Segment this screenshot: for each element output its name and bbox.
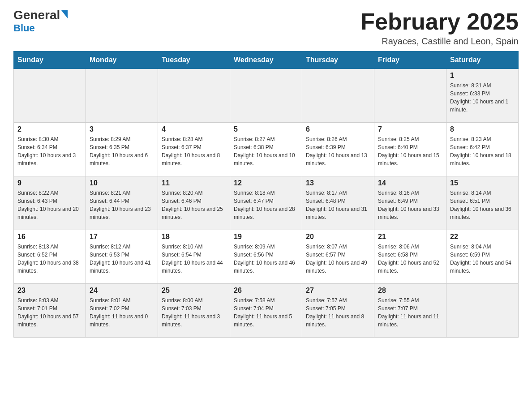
table-row: 18Sunrise: 8:10 AMSunset: 6:54 PMDayligh… xyxy=(158,230,230,284)
day-info: Sunrise: 8:10 AMSunset: 6:54 PMDaylight:… xyxy=(162,243,226,275)
day-number: 17 xyxy=(90,233,154,241)
day-info: Sunrise: 8:30 AMSunset: 6:34 PMDaylight:… xyxy=(17,135,82,167)
calendar-week-row: 9Sunrise: 8:22 AMSunset: 6:43 PMDaylight… xyxy=(14,176,519,230)
table-row xyxy=(158,69,230,123)
day-number: 14 xyxy=(378,179,442,187)
table-row: 1Sunrise: 8:31 AMSunset: 6:33 PMDaylight… xyxy=(446,69,519,123)
day-info: Sunrise: 8:18 AMSunset: 6:47 PMDaylight:… xyxy=(234,189,298,221)
day-info: Sunrise: 8:29 AMSunset: 6:35 PMDaylight:… xyxy=(90,135,154,167)
table-row: 23Sunrise: 8:03 AMSunset: 7:01 PMDayligh… xyxy=(14,284,86,338)
day-number: 18 xyxy=(162,233,226,241)
table-row: 4Sunrise: 8:28 AMSunset: 6:37 PMDaylight… xyxy=(158,123,230,176)
day-number: 11 xyxy=(162,179,226,187)
day-info: Sunrise: 8:16 AMSunset: 6:49 PMDaylight:… xyxy=(378,189,442,221)
calendar-week-row: 1Sunrise: 8:31 AMSunset: 6:33 PMDaylight… xyxy=(14,69,519,123)
day-number: 26 xyxy=(234,287,298,295)
day-number: 13 xyxy=(306,179,370,187)
day-number: 28 xyxy=(378,287,442,295)
col-monday: Monday xyxy=(86,51,158,69)
table-row: 7Sunrise: 8:25 AMSunset: 6:40 PMDaylight… xyxy=(374,123,446,176)
table-row: 21Sunrise: 8:06 AMSunset: 6:58 PMDayligh… xyxy=(374,230,446,284)
day-number: 23 xyxy=(17,287,82,295)
table-row: 15Sunrise: 8:14 AMSunset: 6:51 PMDayligh… xyxy=(446,176,519,230)
table-row: 9Sunrise: 8:22 AMSunset: 6:43 PMDaylight… xyxy=(14,176,86,230)
day-info: Sunrise: 8:03 AMSunset: 7:01 PMDaylight:… xyxy=(17,296,82,329)
day-info: Sunrise: 8:26 AMSunset: 6:39 PMDaylight:… xyxy=(306,135,370,167)
table-row: 19Sunrise: 8:09 AMSunset: 6:56 PMDayligh… xyxy=(230,230,302,284)
table-row: 17Sunrise: 8:12 AMSunset: 6:53 PMDayligh… xyxy=(86,230,158,284)
calendar-header-row: Sunday Monday Tuesday Wednesday Thursday… xyxy=(14,51,519,69)
day-number: 20 xyxy=(306,233,370,241)
day-number: 15 xyxy=(450,179,515,187)
day-number: 16 xyxy=(17,233,82,241)
day-info: Sunrise: 8:13 AMSunset: 6:52 PMDaylight:… xyxy=(17,243,82,275)
day-info: Sunrise: 8:27 AMSunset: 6:38 PMDaylight:… xyxy=(234,135,298,167)
table-row: 12Sunrise: 8:18 AMSunset: 6:47 PMDayligh… xyxy=(230,176,302,230)
day-info: Sunrise: 8:07 AMSunset: 6:57 PMDaylight:… xyxy=(306,243,370,275)
calendar-week-row: 2Sunrise: 8:30 AMSunset: 6:34 PMDaylight… xyxy=(14,123,519,176)
col-sunday: Sunday xyxy=(14,51,86,69)
table-row: 5Sunrise: 8:27 AMSunset: 6:38 PMDaylight… xyxy=(230,123,302,176)
col-saturday: Saturday xyxy=(446,51,519,69)
day-info: Sunrise: 8:01 AMSunset: 7:02 PMDaylight:… xyxy=(90,296,154,329)
day-number: 10 xyxy=(90,179,154,187)
table-row xyxy=(374,69,446,123)
table-row: 26Sunrise: 7:58 AMSunset: 7:04 PMDayligh… xyxy=(230,284,302,338)
table-row: 10Sunrise: 8:21 AMSunset: 6:44 PMDayligh… xyxy=(86,176,158,230)
table-row: 22Sunrise: 8:04 AMSunset: 6:59 PMDayligh… xyxy=(446,230,519,284)
logo-text-general: General xyxy=(13,9,60,21)
logo: General Blue xyxy=(13,9,68,34)
day-number: 3 xyxy=(90,125,154,133)
day-info: Sunrise: 7:55 AMSunset: 7:07 PMDaylight:… xyxy=(378,296,442,329)
table-row: 28Sunrise: 7:55 AMSunset: 7:07 PMDayligh… xyxy=(374,284,446,338)
day-info: Sunrise: 8:25 AMSunset: 6:40 PMDaylight:… xyxy=(378,135,442,167)
day-info: Sunrise: 8:04 AMSunset: 6:59 PMDaylight:… xyxy=(450,243,515,275)
day-info: Sunrise: 8:20 AMSunset: 6:46 PMDaylight:… xyxy=(162,189,226,221)
day-number: 1 xyxy=(450,72,515,80)
col-friday: Friday xyxy=(374,51,446,69)
day-number: 2 xyxy=(17,125,82,133)
day-number: 12 xyxy=(234,179,298,187)
day-number: 5 xyxy=(234,125,298,133)
day-info: Sunrise: 8:31 AMSunset: 6:33 PMDaylight:… xyxy=(450,81,515,114)
day-info: Sunrise: 8:28 AMSunset: 6:37 PMDaylight:… xyxy=(162,135,226,167)
day-number: 6 xyxy=(306,125,370,133)
day-info: Sunrise: 8:22 AMSunset: 6:43 PMDaylight:… xyxy=(17,189,82,221)
calendar-week-row: 23Sunrise: 8:03 AMSunset: 7:01 PMDayligh… xyxy=(14,284,519,338)
day-number: 7 xyxy=(378,125,442,133)
table-row: 25Sunrise: 8:00 AMSunset: 7:03 PMDayligh… xyxy=(158,284,230,338)
table-row: 20Sunrise: 8:07 AMSunset: 6:57 PMDayligh… xyxy=(302,230,374,284)
table-row: 24Sunrise: 8:01 AMSunset: 7:02 PMDayligh… xyxy=(86,284,158,338)
day-number: 25 xyxy=(162,287,226,295)
col-thursday: Thursday xyxy=(302,51,374,69)
col-tuesday: Tuesday xyxy=(158,51,230,69)
day-info: Sunrise: 8:12 AMSunset: 6:53 PMDaylight:… xyxy=(90,243,154,275)
day-info: Sunrise: 8:00 AMSunset: 7:03 PMDaylight:… xyxy=(162,296,226,329)
table-row xyxy=(14,69,86,123)
day-number: 22 xyxy=(450,233,515,241)
table-row: 11Sunrise: 8:20 AMSunset: 6:46 PMDayligh… xyxy=(158,176,230,230)
page-header: General Blue February 2025 Rayaces, Cast… xyxy=(13,9,519,47)
table-row xyxy=(302,69,374,123)
title-section: February 2025 Rayaces, Castille and Leon… xyxy=(360,9,519,47)
day-number: 27 xyxy=(306,287,370,295)
day-number: 19 xyxy=(234,233,298,241)
calendar-week-row: 16Sunrise: 8:13 AMSunset: 6:52 PMDayligh… xyxy=(14,230,519,284)
table-row: 16Sunrise: 8:13 AMSunset: 6:52 PMDayligh… xyxy=(14,230,86,284)
calendar-table: Sunday Monday Tuesday Wednesday Thursday… xyxy=(13,51,519,338)
location-label: Rayaces, Castille and Leon, Spain xyxy=(360,36,519,47)
day-info: Sunrise: 8:14 AMSunset: 6:51 PMDaylight:… xyxy=(450,189,515,221)
day-number: 21 xyxy=(378,233,442,241)
day-info: Sunrise: 7:57 AMSunset: 7:05 PMDaylight:… xyxy=(306,296,370,329)
table-row xyxy=(446,284,519,338)
logo-arrow-icon xyxy=(61,10,68,18)
table-row: 6Sunrise: 8:26 AMSunset: 6:39 PMDaylight… xyxy=(302,123,374,176)
day-info: Sunrise: 8:23 AMSunset: 6:42 PMDaylight:… xyxy=(450,135,515,167)
table-row xyxy=(86,69,158,123)
table-row: 13Sunrise: 8:17 AMSunset: 6:48 PMDayligh… xyxy=(302,176,374,230)
day-number: 4 xyxy=(162,125,226,133)
table-row xyxy=(230,69,302,123)
table-row: 14Sunrise: 8:16 AMSunset: 6:49 PMDayligh… xyxy=(374,176,446,230)
day-info: Sunrise: 8:21 AMSunset: 6:44 PMDaylight:… xyxy=(90,189,154,221)
day-info: Sunrise: 8:06 AMSunset: 6:58 PMDaylight:… xyxy=(378,243,442,275)
